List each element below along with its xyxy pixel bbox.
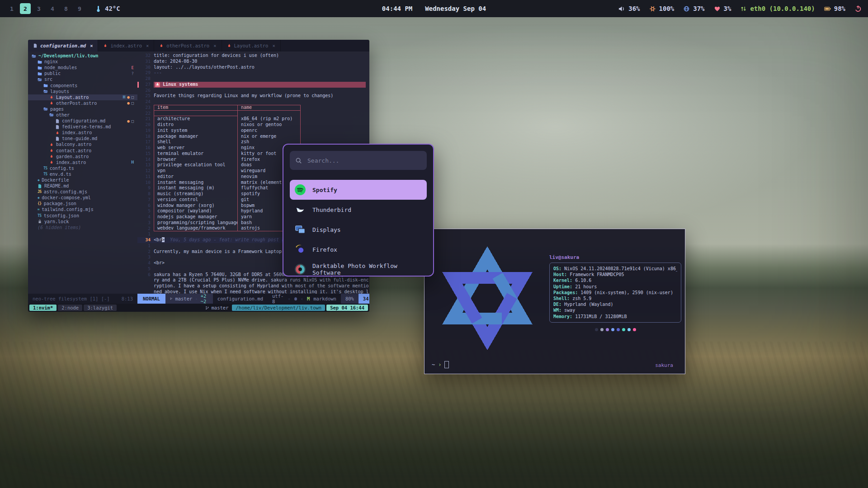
tree-marker: ●	[127, 119, 129, 123]
folder-open-file-icon	[43, 107, 48, 111]
folder-file-icon	[43, 83, 48, 88]
tab-Layout.astro[interactable]: Layout.astro×	[222, 40, 281, 52]
table-cell-item: browser	[154, 157, 238, 163]
tree-item[interactable]: TSenv.d.ts	[28, 171, 137, 177]
launcher-item[interactable]: Thunderbird	[290, 200, 427, 220]
tree-item[interactable]: index.astro	[28, 130, 137, 136]
launcher-item[interactable]: Firefox	[290, 239, 427, 259]
tree-item[interactable]: nginx	[28, 59, 137, 65]
line-number: 6	[139, 272, 154, 278]
tree-item[interactable]: Layout.astroH●□	[28, 94, 137, 100]
line-number: 25	[139, 93, 154, 99]
launcher-item[interactable]: Spotify	[290, 180, 427, 200]
tree-item[interactable]: ~/Development/liv.town	[28, 53, 137, 59]
temperature-module: 42°C	[95, 5, 120, 12]
close-icon[interactable]: ×	[146, 43, 149, 48]
tree-item[interactable]: ◆Dockerfile	[28, 177, 137, 183]
tree-item-label: garden.astro	[56, 154, 89, 159]
tree-item-label: config.ts	[50, 166, 74, 171]
tab-label: configuration.md	[40, 43, 86, 48]
workspace-button[interactable]: 4	[47, 3, 58, 14]
module-cpu[interactable]: 3%	[714, 5, 731, 12]
line-number: 21	[139, 116, 154, 122]
module-brightness[interactable]: 100%	[649, 5, 675, 12]
tree-item[interactable]: public?	[28, 70, 137, 76]
tab-configuration.md[interactable]: configuration.md×	[28, 40, 98, 52]
workspace-button[interactable]: 2	[20, 3, 31, 14]
tree-item[interactable]: otherPost.astro●□	[28, 100, 137, 106]
temperature-value: 42°C	[105, 5, 120, 12]
table-cell-item: terminal emulator	[154, 151, 238, 157]
tree-item[interactable]: (6 hidden items)	[28, 225, 137, 230]
tree-item[interactable]: pages	[28, 106, 137, 112]
editor-line: 25Favorite things regarding Linux and my…	[137, 93, 369, 99]
table-cell-item: nodejs package manager	[154, 214, 238, 220]
module-battery[interactable]: 98%	[824, 5, 845, 12]
module-volume[interactable]: 36%	[618, 5, 640, 12]
module-network[interactable]: eth0 (10.0.0.140)	[740, 5, 815, 12]
launcher-item[interactable]: Darktable Photo Workflow Software	[290, 259, 427, 277]
module-disk[interactable]: 37%	[683, 5, 704, 12]
tree-item[interactable]: TStsconfig.json	[28, 213, 137, 219]
line-number: 30	[139, 65, 154, 70]
speaker-icon	[618, 5, 625, 12]
tree-item[interactable]: configuration.md●□	[28, 118, 137, 124]
line-number: 14	[139, 157, 154, 163]
tree-item[interactable]: components	[28, 82, 137, 88]
workspace-button[interactable]: 9	[74, 3, 85, 14]
power-button[interactable]	[854, 5, 862, 12]
json-file-icon: {}	[38, 202, 42, 206]
palette-dot	[617, 328, 620, 331]
table-cell-item: instant messaging (m)	[154, 185, 238, 191]
tree-item[interactable]: node_modulesE	[28, 65, 137, 70]
close-icon[interactable]: ×	[213, 43, 216, 48]
tab-index.astro[interactable]: index.astro×	[98, 40, 154, 52]
folder-open-file-icon	[49, 113, 54, 117]
fetch-value: 1409 (nix-system), 2590 (nix-user)	[578, 290, 673, 295]
tree-item-label: nginx	[44, 59, 58, 64]
tree-item[interactable]: layouts	[28, 89, 137, 94]
fetch-key: DE:	[553, 302, 561, 307]
launcher-item[interactable]: Displays	[290, 220, 427, 239]
line-number: 4	[139, 214, 154, 220]
tmux-window-2:node[interactable]: 2:node	[58, 305, 82, 311]
tmux-window-1:nvim*[interactable]: 1:nvim*	[29, 305, 57, 311]
tab-otherPost.astro[interactable]: otherPost.astro×	[154, 40, 222, 52]
module-value: 37%	[693, 5, 704, 12]
tree-item[interactable]: TSconfig.ts	[28, 165, 137, 171]
editor-text: ---	[154, 70, 162, 76]
editor-text: Favorite things regarding Linux and my w…	[154, 93, 333, 99]
launcher-item-label: Thunderbird	[312, 206, 351, 213]
table-row: terminal emulatorkitty or foot	[154, 151, 301, 157]
md-file-icon	[55, 136, 60, 141]
close-icon[interactable]: ×	[272, 43, 275, 48]
fetch-key: Packages:	[553, 290, 578, 295]
search-input[interactable]	[307, 157, 421, 164]
table-row: instant messaging (m)fluffychat	[154, 185, 301, 191]
tree-item-label: astro.config.mjs	[44, 189, 87, 194]
file-tree[interactable]: ~/Development/liv.townnginxnode_modulesE…	[28, 52, 137, 294]
close-icon[interactable]: ×	[90, 43, 93, 48]
tree-item[interactable]: src	[28, 76, 137, 82]
neotree-position: 8:13	[122, 296, 133, 301]
tree-item[interactable]: index.astroH	[28, 160, 137, 165]
tree-item[interactable]: ◆docker-compose.yml	[28, 195, 137, 201]
tree-item[interactable]: fediverse-terms.md	[28, 124, 137, 130]
tree-item[interactable]: {}package.json	[28, 201, 137, 206]
tree-item[interactable]: README.md	[28, 183, 137, 189]
tree-item[interactable]: balcony.astro	[28, 141, 137, 147]
workspace-button[interactable]: 1	[6, 3, 17, 14]
shell-prompt[interactable]: ~ ›	[432, 361, 449, 368]
tree-item[interactable]: tone-guide.md	[28, 136, 137, 141]
tmux-window-3:lazygit[interactable]: 3:lazygit	[84, 305, 117, 311]
workspace-button[interactable]: 3	[33, 3, 44, 14]
tree-item[interactable]: garden.astro	[28, 154, 137, 160]
tree-item[interactable]: yarn.lock	[28, 219, 137, 225]
tree-item[interactable]: ≈tailwind.config.mjs	[28, 206, 137, 212]
tree-item[interactable]: JSastro.config.mjs	[28, 189, 137, 195]
workspace-button[interactable]: 8	[61, 3, 71, 14]
launcher-search[interactable]	[290, 151, 427, 170]
tree-item-markers: H●□	[123, 95, 134, 99]
tree-item[interactable]: contact.astro	[28, 148, 137, 154]
tree-item[interactable]: other	[28, 112, 137, 118]
